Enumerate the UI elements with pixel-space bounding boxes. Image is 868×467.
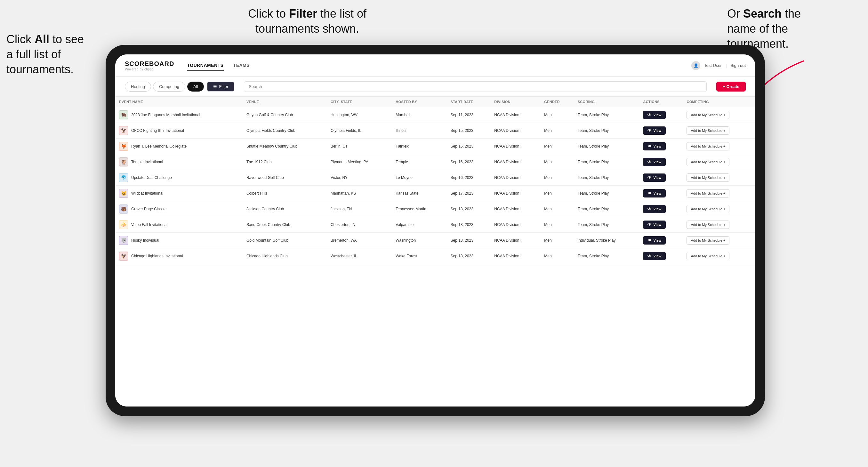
gender-cell: Men [540,217,574,233]
event-name-text: Valpo Fall Invitational [131,222,167,227]
event-name-text: OFCC Fighting Illini Invitational [131,128,184,133]
col-venue: VENUE [243,97,327,107]
event-name-text: Upstate Dual Challenge [131,176,172,180]
table-row: 🐻 Grover Page Classic Jackson Country Cl… [115,201,755,217]
col-city-state: CITY, STATE [327,97,392,107]
search-input[interactable] [244,81,707,92]
actions-cell: 👁 View [639,201,683,217]
gender-cell: Men [540,233,574,248]
actions-cell: 👁 View [639,186,683,201]
add-to-schedule-button[interactable]: Add to My Schedule + [686,252,730,260]
table-header-row: EVENT NAME VENUE CITY, STATE HOSTED BY S… [115,97,755,107]
view-button[interactable]: 👁 View [643,252,666,260]
add-to-schedule-button[interactable]: Add to My Schedule + [686,142,730,150]
team-logo: 🦬 [119,111,128,119]
event-name-text: Temple Invitational [131,160,163,164]
actions-cell: 👁 View [639,138,683,154]
event-name-cell: 🦬 2023 Joe Feaganes Marshall Invitationa… [115,107,243,123]
add-to-schedule-button[interactable]: Add to My Schedule + [686,205,730,213]
view-button[interactable]: 👁 View [643,158,666,166]
eye-icon: 👁 [648,254,651,258]
scoring-cell: Individual, Stroke Play [574,233,640,248]
logo-text: SCOREBOARD [125,60,174,67]
actions-cell: 👁 View [639,248,683,264]
hosted-by-cell: Kansas State [392,186,446,201]
tab-hosting[interactable]: Hosting [125,82,151,92]
eye-icon: 👁 [648,191,651,195]
scoring-cell: Team, Stroke Play [574,123,640,138]
team-logo: 🐬 [119,173,128,182]
venue-cell: Chicago Highlands Club [243,248,327,264]
nav-tab-teams[interactable]: TEAMS [233,60,250,71]
view-button[interactable]: 👁 View [643,189,666,197]
tab-all[interactable]: All [187,82,204,92]
gender-cell: Men [540,154,574,170]
city-state-cell: Olympia Fields, IL [327,123,392,138]
add-to-schedule-button[interactable]: Add to My Schedule + [686,189,730,197]
competing-cell: Add to My Schedule + [683,170,755,186]
nav-tab-tournaments[interactable]: TOURNAMENTS [187,60,223,71]
table-row: 🐺 Husky Individual Gold Mountain Golf Cl… [115,233,755,248]
scoring-cell: Team, Stroke Play [574,201,640,217]
scoring-cell: Team, Stroke Play [574,170,640,186]
view-button[interactable]: 👁 View [643,205,666,213]
add-to-schedule-button[interactable]: Add to My Schedule + [686,158,730,166]
view-button[interactable]: 👁 View [643,111,666,119]
division-cell: NCAA Division I [490,186,540,201]
division-cell: NCAA Division I [490,248,540,264]
create-button[interactable]: + Create [716,82,746,92]
view-button[interactable]: 👁 View [643,174,666,182]
division-cell: NCAA Division I [490,154,540,170]
table-row: 🦊 Ryan T. Lee Memorial Collegiate Shuttl… [115,138,755,154]
team-logo: 🦅 [119,252,128,260]
col-start-date: START DATE [447,97,491,107]
gender-cell: Men [540,123,574,138]
start-date-cell: Sep 18, 2023 [447,248,491,264]
view-button[interactable]: 👁 View [643,221,666,229]
tablet-frame: SCOREBOARD Powered by clippd TOURNAMENTS… [105,45,765,416]
city-state-cell: Victor, NY [327,170,392,186]
gender-cell: Men [540,107,574,123]
gender-cell: Men [540,138,574,154]
competing-cell: Add to My Schedule + [683,107,755,123]
add-to-schedule-button[interactable]: Add to My Schedule + [686,111,730,119]
tab-competing[interactable]: Competing [153,82,185,92]
add-to-schedule-button[interactable]: Add to My Schedule + [686,126,730,135]
eye-icon: 👁 [648,207,651,211]
event-name-text: Ryan T. Lee Memorial Collegiate [131,144,187,149]
actions-cell: 👁 View [639,217,683,233]
eye-icon: 👁 [648,222,651,227]
view-button[interactable]: 👁 View [643,142,666,150]
view-button[interactable]: 👁 View [643,126,666,135]
eye-icon: 👁 [648,144,651,149]
add-to-schedule-button[interactable]: Add to My Schedule + [686,236,730,245]
eye-icon: 👁 [648,238,651,243]
hosted-by-cell: Washington [392,233,446,248]
start-date-cell: Sep 16, 2023 [447,138,491,154]
team-logo: 🐺 [119,236,128,245]
filter-icon: ☰ [213,84,217,89]
col-scoring: SCORING [574,97,640,107]
add-to-schedule-button[interactable]: Add to My Schedule + [686,174,730,182]
scoring-cell: Team, Stroke Play [574,186,640,201]
team-logo: 🐻 [119,205,128,214]
start-date-cell: Sep 11, 2023 [447,107,491,123]
start-date-cell: Sep 18, 2023 [447,233,491,248]
col-hosted-by: HOSTED BY [392,97,446,107]
search-box [244,81,707,92]
division-cell: NCAA Division I [490,107,540,123]
competing-cell: Add to My Schedule + [683,201,755,217]
event-name-cell: ⚜️ Valpo Fall Invitational [115,217,243,233]
hosted-by-cell: Wake Forest [392,248,446,264]
add-to-schedule-button[interactable]: Add to My Schedule + [686,221,730,229]
filter-label: Filter [219,84,228,89]
team-logo: 🦉 [119,157,128,166]
venue-cell: Guyan Golf & Country Club [243,107,327,123]
start-date-cell: Sep 18, 2023 [447,201,491,217]
filter-button[interactable]: ☰ Filter [207,82,234,92]
tournaments-table-container: EVENT NAME VENUE CITY, STATE HOSTED BY S… [115,97,755,406]
sign-out-link[interactable]: Sign out [731,63,746,68]
view-button[interactable]: 👁 View [643,236,666,245]
main-nav: TOURNAMENTS TEAMS [187,60,691,71]
venue-cell: Colbert Hills [243,186,327,201]
